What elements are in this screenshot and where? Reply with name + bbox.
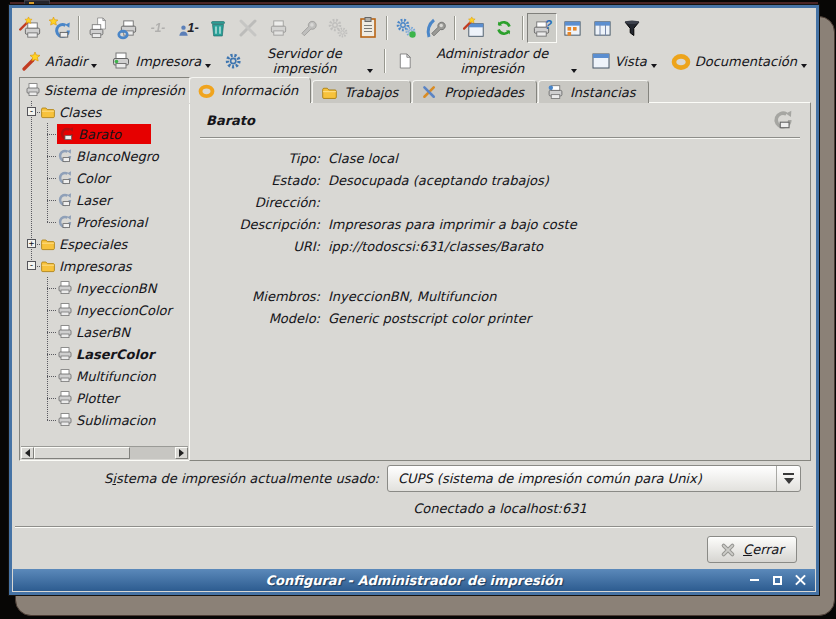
app-window: -1- 1- <box>8 4 820 596</box>
instances-printer-icon <box>547 84 564 101</box>
field-value: Desocupada (aceptando trabajos) <box>328 173 798 188</box>
tree-item-label: BlancoNegro <box>76 149 159 164</box>
close-button[interactable]: Cerrar <box>707 536 797 563</box>
toolbar-print-tool-button[interactable] <box>459 13 489 43</box>
tree-item-clases[interactable]: Clases <box>21 101 188 123</box>
tab-instancias[interactable]: Instancias <box>538 80 649 103</box>
tree-item-label: Barato <box>78 127 121 142</box>
toolbar-manager-configuration-button[interactable] <box>421 13 451 43</box>
field-label: Dirección: <box>202 195 320 210</box>
tree-item-sublimacion[interactable]: Sublimacion <box>21 409 188 431</box>
expander-clases[interactable]: - <box>27 107 36 116</box>
menu-documentation-button[interactable]: Documentación <box>665 48 813 74</box>
tree-item-sistema-de-impresion[interactable]: Sistema de impresión <box>21 79 188 101</box>
tree-item-inyeccioncolor[interactable]: InyeccionColor <box>21 299 188 321</box>
tree-item-profesional[interactable]: Profesional <box>21 211 188 233</box>
tab-bar: Información Trabajos Propiedades Instanc… <box>189 77 650 103</box>
printer-tree: - + - Sistema de impresión Clases Barato <box>19 77 190 461</box>
class-icon <box>772 109 794 131</box>
document-icon <box>397 51 414 71</box>
tree-horizontal-scrollbar[interactable] <box>21 446 188 459</box>
maximize-button[interactable] <box>770 573 784 587</box>
toolbar-printer-test-button[interactable] <box>113 13 143 43</box>
window-controls <box>747 569 807 591</box>
tab-trabajos[interactable]: Trabajos <box>312 80 411 103</box>
gear-printer-icon <box>326 16 350 40</box>
toolbar-set-default-button[interactable]: 1- <box>173 13 203 43</box>
scroll-left-button[interactable] <box>21 447 34 459</box>
tree-item-barato[interactable]: Barato <box>21 123 188 145</box>
tree-item-blanconegro[interactable]: BlancoNegro <box>21 145 188 167</box>
set-default-one-icon: 1- <box>176 16 200 40</box>
minimize-button[interactable] <box>747 573 761 587</box>
report-icon <box>356 16 380 40</box>
class-icon <box>57 148 73 164</box>
tree-item-impresoras[interactable]: Impresoras <box>21 255 188 277</box>
printer-question-icon: ? <box>530 16 554 40</box>
field-value: Clase local <box>328 151 798 166</box>
copy-printer-icon <box>86 16 110 40</box>
tab-propiedades[interactable]: Propiedades <box>412 80 537 103</box>
tree-item-label: InyeccionColor <box>76 303 172 318</box>
remove-one-icon: -1- <box>146 16 170 40</box>
panel-divider <box>200 137 800 139</box>
tree-item-lasercolor[interactable]: LaserColor <box>21 343 188 365</box>
menu-print-manager-button[interactable]: Administrador de impresión <box>391 43 582 79</box>
selection-highlight: Barato <box>57 124 151 144</box>
tree-item-especiales[interactable]: Especiales <box>21 233 188 255</box>
menu-print-server-button[interactable]: Servidor de impresión <box>219 43 379 79</box>
toolbar-copy-printer-button[interactable] <box>83 13 113 43</box>
close-button-label: Cerrar <box>743 542 784 557</box>
toolbar-add-class-button[interactable] <box>45 13 75 43</box>
window-icon <box>591 51 611 71</box>
tab-label: Información <box>221 83 298 98</box>
menu-add-button[interactable]: Añadir <box>15 48 103 74</box>
tab-informacion[interactable]: Información <box>189 77 311 103</box>
toolbar-view-details-button[interactable] <box>587 13 617 43</box>
tree-item-laser[interactable]: Laser <box>21 189 188 211</box>
print-system-select[interactable]: CUPS (sistema de impresión común para Un… <box>387 465 801 492</box>
tree-item-label: Especiales <box>59 237 127 252</box>
field-value: Generic postscript color printer <box>328 311 798 326</box>
tree-item-laserbn[interactable]: LaserBN <box>21 321 188 343</box>
menu-label: Añadir <box>45 54 87 69</box>
main-toolbar: -1- 1- <box>15 11 813 45</box>
toolbar-filter-button[interactable] <box>617 13 647 43</box>
chevron-down-icon <box>784 478 794 484</box>
expander-impresoras[interactable]: - <box>27 261 36 270</box>
tree-item-label: Plotter <box>76 391 119 406</box>
toolbar-printer-tools-button <box>233 13 263 43</box>
toolbar-printer-information-button[interactable]: ? <box>527 13 557 43</box>
toolbar-view-icons-button[interactable] <box>557 13 587 43</box>
combo-arrow[interactable] <box>776 466 800 491</box>
tree-item-multifuncion[interactable]: Multifuncion <box>21 365 188 387</box>
scrollbar-track[interactable] <box>130 447 175 459</box>
field-value: InyeccionBN, Multifuncion <box>328 289 798 304</box>
menu-view-button[interactable]: Vista <box>585 48 663 74</box>
field-label: Modelo: <box>202 311 320 326</box>
chevron-down-icon <box>91 64 97 68</box>
expander-especiales[interactable]: + <box>27 239 36 248</box>
tree-item-color[interactable]: Color <box>21 167 188 189</box>
toolbar-delete-button[interactable] <box>203 13 233 43</box>
toolbar-separator <box>386 16 388 40</box>
toolbar-report-button[interactable] <box>353 13 383 43</box>
ring-icon <box>671 51 691 71</box>
print-system-label: Sistema de impresión actualmente usado: <box>104 471 379 486</box>
field-value <box>328 195 798 210</box>
toolbar-add-printer-button[interactable] <box>15 13 45 43</box>
folder-icon <box>40 236 56 252</box>
scrollbar-thumb[interactable] <box>34 447 130 459</box>
toolbar-refresh-button[interactable] <box>489 13 519 43</box>
titlebar[interactable]: Configurar - Administrador de impresión <box>13 569 815 591</box>
menu-printer-button[interactable]: Impresora <box>105 48 217 74</box>
filter-funnel-icon <box>620 16 644 40</box>
scroll-right-button[interactable] <box>175 447 188 459</box>
toolbar-server-configuration-button[interactable] <box>391 13 421 43</box>
tree-item-inyeccionbn[interactable]: InyeccionBN <box>21 277 188 299</box>
tab-label: Propiedades <box>444 85 524 100</box>
menu-label: Impresora <box>135 54 201 69</box>
close-window-button[interactable] <box>793 573 807 587</box>
class-icon <box>57 170 73 186</box>
tree-item-plotter[interactable]: Plotter <box>21 387 188 409</box>
